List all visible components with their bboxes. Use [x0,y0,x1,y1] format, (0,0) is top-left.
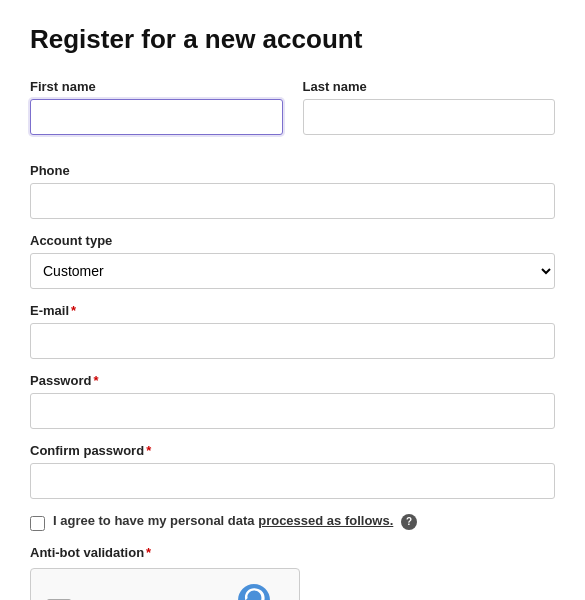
email-input[interactable] [30,323,555,359]
last-name-input[interactable] [303,99,556,135]
recaptcha-widget[interactable]: I'm not a robot reCAPTCHA Privacy · Term… [30,568,300,600]
email-label: E-mail* [30,303,555,318]
phone-input[interactable] [30,183,555,219]
recaptcha-right: reCAPTCHA Privacy · Terms [226,583,283,600]
confirm-password-label: Confirm password* [30,443,555,458]
confirm-password-input[interactable] [30,463,555,499]
password-required-mark: * [93,373,98,388]
confirm-password-required-mark: * [146,443,151,458]
page-title: Register for a new account [30,24,555,55]
first-name-label: First name [30,79,283,94]
account-type-select[interactable]: Customer Business Admin [30,253,555,289]
antibot-required-mark: * [146,545,151,560]
phone-label: Phone [30,163,555,178]
last-name-label: Last name [303,79,556,94]
password-label: Password* [30,373,555,388]
svg-point-0 [239,584,271,600]
recaptcha-logo-icon [237,583,271,600]
antibot-label: Anti-bot validation* [30,545,555,560]
password-input[interactable] [30,393,555,429]
email-required-mark: * [71,303,76,318]
help-icon[interactable]: ? [401,514,417,530]
agree-label: I agree to have my personal data process… [53,513,417,530]
account-type-label: Account type [30,233,555,248]
agree-checkbox[interactable] [30,516,45,531]
first-name-input[interactable] [30,99,283,135]
processed-link[interactable]: processed as follows. [258,513,393,528]
